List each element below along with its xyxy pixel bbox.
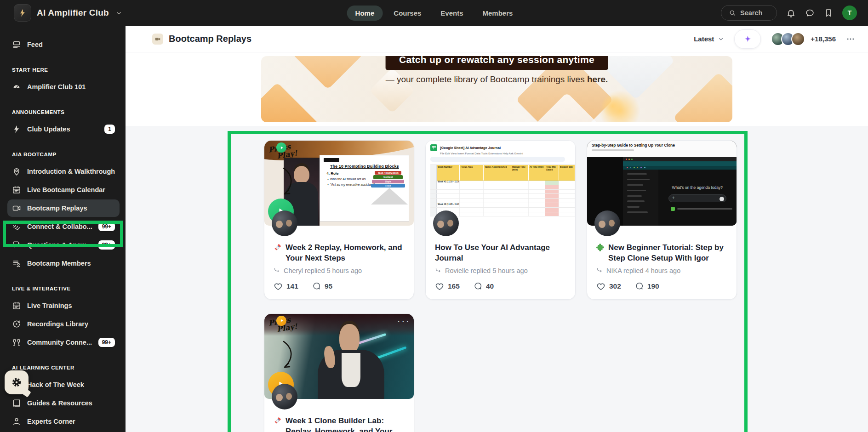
sheet-menu: File Edit View Insert Format Data Tools … (440, 152, 571, 155)
sidebar-item-label: Recordings Library (27, 320, 115, 328)
post-card-week2-replay[interactable]: The 10 Prompting Building Blocks 4. Role… (264, 140, 414, 300)
like-button[interactable]: 141 (274, 282, 298, 291)
sidebar-item-connect-collaborate[interactable]: Connect & Collabo... 99+ (7, 218, 120, 235)
ellipsis-icon (846, 34, 855, 44)
arrow-doodle (280, 167, 296, 197)
sidebar-item-guides-resources[interactable]: Guides & Resources (7, 394, 120, 412)
sidebar-item-recordings-library[interactable]: Recordings Library (7, 315, 120, 333)
section-label-start-here: START HERE (12, 67, 126, 74)
sidebar-item-label: Bootcamp Replays (27, 205, 115, 212)
notifications-button[interactable] (786, 8, 796, 18)
glow-graphic (601, 95, 624, 118)
like-button[interactable]: 302 (596, 282, 621, 291)
sidebar-item-label: Feed (27, 41, 115, 48)
community-name: AI Amplifier Club (37, 8, 109, 18)
sidebar-item-label: Connect & Collabo... (27, 223, 92, 230)
like-count: 302 (609, 282, 621, 290)
author-avatar[interactable] (272, 384, 297, 409)
sidebar-item-label: Guides & Resources (27, 399, 115, 407)
slide-graphic: The 10 Prompting Building Blocks 4. Role… (320, 155, 409, 221)
comment-button[interactable]: 40 (474, 282, 494, 290)
sheets-icon (430, 144, 437, 151)
banner-image[interactable]: Catch up or rewatch any session anytime … (261, 56, 732, 122)
settings-widget-button[interactable] (5, 370, 29, 394)
banner-subline-text: — your complete library of Bootcamp trai… (386, 74, 587, 84)
comment-button[interactable]: 95 (312, 282, 332, 290)
post-title[interactable]: Week 2 Replay, Homework, and Your Next S… (286, 242, 405, 264)
sidebar-item-amplifier-club-101[interactable]: Amplifier Club 101 (7, 78, 120, 96)
sidebar-item-introduction-walkthrough[interactable]: Introduction & Walkthrough (7, 163, 120, 180)
presenter-photo (321, 324, 381, 399)
stack-block: Context (373, 175, 403, 179)
member-avatars[interactable]: +18,356 (771, 32, 836, 46)
profile-avatar[interactable]: T (842, 6, 857, 20)
post-card-clone-setup-tutorial[interactable]: Step-by-Step Guide to Setting Up Your Cl… (587, 140, 737, 300)
cube-graphic (292, 56, 364, 90)
sidebar-item-feed[interactable]: Feed (7, 36, 120, 53)
banner-subline-bold: here. (587, 74, 608, 84)
pinned-banner-zone: Catch up or rewatch any session anytime … (126, 52, 868, 126)
post-card-week1-clone-builder-lab[interactable]: • • • PressPlay! Week 1 Clone Builder La… (264, 313, 414, 432)
last-reply: Rovielle replied 5 hours ago (445, 267, 528, 274)
slide-title: The 10 Prompting Building Blocks (324, 164, 405, 169)
messages-button[interactable] (805, 8, 815, 18)
ai-assistant-button[interactable] (734, 29, 761, 49)
community-logo (14, 4, 31, 22)
like-button[interactable]: 165 (435, 282, 460, 291)
sidebar-item-live-bootcamp-calendar[interactable]: Live Bootcamp Calendar (7, 181, 120, 199)
comment-count: 190 (647, 282, 659, 290)
play-icon (276, 142, 286, 153)
nav-members[interactable]: Members (474, 6, 521, 21)
stack-block: Task / Instruction (375, 171, 401, 175)
sidebar-item-live-trainings[interactable]: Live Trainings (7, 297, 120, 314)
nav-home[interactable]: Home (347, 6, 383, 21)
gauge-icon (12, 82, 21, 91)
comment-button[interactable]: 190 (635, 282, 659, 290)
author-avatar[interactable] (272, 210, 297, 236)
search-input[interactable]: Search (721, 5, 777, 21)
heart-icon (596, 282, 605, 291)
sidebar-item-bootcamp-members[interactable]: Bootcamp Members (7, 255, 120, 272)
sort-dropdown[interactable]: Latest (694, 35, 724, 43)
reply-arrow-icon (596, 267, 603, 274)
section-label-ai-learning-center: AI LEARNING CENTER (12, 365, 126, 372)
sort-label: Latest (694, 35, 714, 43)
bolt-logo-icon (18, 8, 27, 17)
nav-events[interactable]: Events (432, 6, 471, 21)
page-header: Bootcamp Replays Latest +18,356 (126, 26, 868, 52)
post-title[interactable]: Week 1 Clone Builder Lab: Replay, Homewo… (286, 415, 405, 432)
sheet-toolbar (430, 157, 565, 162)
post-title[interactable]: How To Use Your AI Advantage Journal (435, 242, 566, 264)
section-label-live-interactive: LIVE & INTERACTIVE (12, 286, 126, 293)
book-icon (12, 398, 21, 408)
more-options-button[interactable] (846, 34, 855, 44)
sidebar-item-bootcamp-replays[interactable]: Bootcamp Replays (7, 199, 120, 217)
sidebar-item-experts-corner[interactable]: Experts Corner (7, 413, 120, 430)
bookmarks-button[interactable] (824, 8, 833, 17)
members-list-icon (12, 259, 21, 268)
bell-icon (786, 8, 796, 18)
sidebar-item-community-connect[interactable]: Community Conne... 99+ (7, 334, 120, 351)
sparkle-icon (743, 34, 752, 43)
sidebar-item-club-updates[interactable]: Club Updates 1 (7, 120, 120, 138)
chat-prompt-text: What's on the agenda today? (658, 185, 737, 190)
gear-icon (11, 376, 23, 388)
post-title[interactable]: New Beginner Tutorial: Step by Step Clon… (608, 242, 727, 264)
banner-subline: — your complete library of Bootcamp trai… (386, 74, 608, 85)
sidebar-item-questions-answers[interactable]: Questions & Answ... 99+ (7, 236, 120, 254)
sidebar-item-label: Community Conne... (27, 339, 92, 346)
author-avatar[interactable] (594, 210, 620, 236)
member-count[interactable]: +18,356 (811, 35, 836, 43)
nav-courses[interactable]: Courses (385, 6, 429, 21)
sidebar-item-label: Club Updates (27, 125, 98, 133)
main-area: Bootcamp Replays Latest +18,356 (126, 26, 868, 432)
author-avatar[interactable] (433, 210, 459, 236)
community-switcher[interactable]: AI Amplifier Club (0, 4, 122, 22)
sidebar-item-label: Questions & Answ... (27, 241, 92, 249)
last-reply: NIKA replied 4 hours ago (606, 267, 680, 274)
post-card-ai-advantage-journal[interactable]: [Google Sheet] AI Advantage Journal File… (425, 140, 576, 300)
reply-arrow-icon (274, 267, 280, 274)
chevron-down-icon (718, 36, 724, 42)
like-count: 141 (286, 282, 298, 290)
rocket-emoji (274, 416, 282, 425)
